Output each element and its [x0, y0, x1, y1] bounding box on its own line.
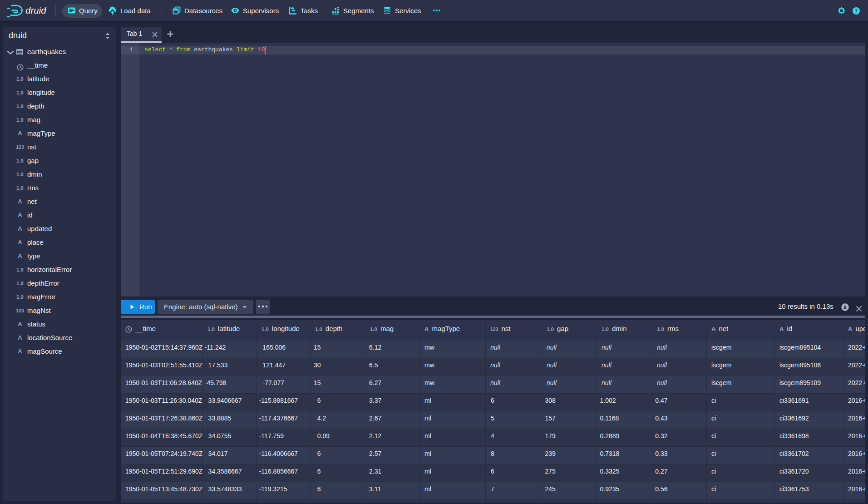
svg-text:?: ?	[854, 8, 858, 14]
